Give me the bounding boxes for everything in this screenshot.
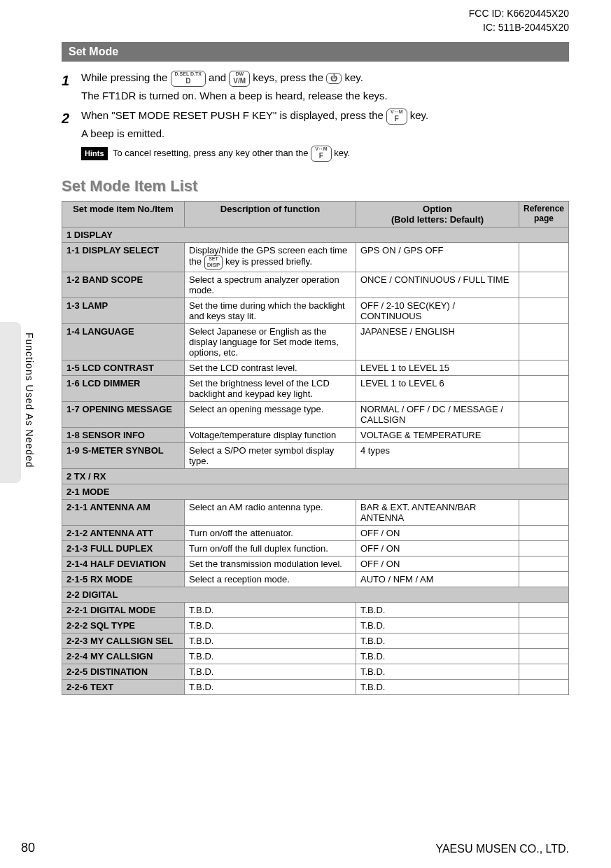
option-cell: GPS ON / GPS OFF [356, 243, 519, 272]
item-name-cell: 2-2-2 SQL TYPE [62, 618, 185, 634]
desc-cell: T.B.D. [185, 603, 356, 618]
desc-cell: T.B.D. [185, 680, 356, 695]
table-row: 2-2-1 DIGITAL MODET.B.D.T.B.D. [62, 603, 569, 618]
item-name-cell: 1-4 LANGUAGE [62, 324, 185, 360]
desc-cell: Select an AM radio antenna type. [185, 500, 356, 526]
ref-cell [519, 526, 568, 541]
desc-cell: Voltage/temperature display function [185, 428, 356, 443]
option-cell: OFF / ON [356, 541, 519, 556]
table-header-row: Set mode item No./Item Description of fu… [62, 202, 569, 227]
item-name-cell: 1-6 LCD DIMMER [62, 376, 185, 402]
item-name-cell: 2-1-1 ANTENNA AM [62, 500, 185, 526]
table-row: 2-2 DIGITAL [62, 587, 569, 603]
option-cell: AUTO / NFM / AM [356, 572, 519, 587]
section-cell: 2-2 DIGITAL [62, 587, 569, 603]
table-row: 1-4 LANGUAGESelect Japanese or English a… [62, 324, 569, 360]
step-1-body: While pressing the D.SEL D.TXD and DWV/M… [81, 70, 569, 105]
option-cell: T.B.D. [356, 649, 519, 664]
set-mode-table: Set mode item No./Item Description of fu… [62, 201, 569, 695]
table-row: 2-2-4 MY CALLSIGNT.B.D.T.B.D. [62, 649, 569, 664]
hints-badge: Hints [81, 147, 108, 160]
table-row: 2-1 MODE [62, 484, 569, 500]
ref-cell [519, 500, 568, 526]
item-name-cell: 2-2-3 MY CALLSIGN SEL [62, 634, 185, 649]
step-2-line-1: When "SET MODE RESET PUSH F KEY" is disp… [81, 108, 569, 125]
fcc-id: FCC ID: K6620445X20 [469, 7, 569, 21]
table-row: 1-3 LAMPSet the time during which the ba… [62, 298, 569, 324]
disp-key-icon: SETDISP [204, 255, 223, 270]
step-1-line-1: While pressing the D.SEL D.TXD and DWV/M… [81, 70, 569, 87]
desc-cell: T.B.D. [185, 618, 356, 634]
section-bar: Set Mode [62, 42, 569, 62]
content: Set Mode 1 While pressing the D.SEL D.TX… [62, 42, 569, 695]
desc-cell: T.B.D. [185, 634, 356, 649]
table-row: 1-8 SENSOR INFOVoltage/temperature displ… [62, 428, 569, 443]
section-cell: 2-1 MODE [62, 484, 569, 500]
table-row: 2-2-2 SQL TYPET.B.D.T.B.D. [62, 618, 569, 634]
desc-cell: Select an opening message type. [185, 402, 356, 428]
step-2-line-2: A beep is emitted. [81, 126, 569, 142]
desc-cell: T.B.D. [185, 664, 356, 680]
desc-cell: T.B.D. [185, 649, 356, 664]
ref-cell [519, 298, 568, 324]
table-row: 2-1-1 ANTENNA AMSelect an AM radio anten… [62, 500, 569, 526]
ref-cell [519, 243, 568, 272]
section-cell: 1 DISPLAY [62, 227, 569, 243]
side-tab-label: Functions Used As Needed [24, 332, 35, 468]
ref-cell [519, 541, 568, 556]
ref-cell [519, 402, 568, 428]
desc-cell: Set the LCD contrast level. [185, 360, 356, 376]
list-title: Set Mode Item List [62, 177, 569, 195]
option-cell: LEVEL 1 to LEVEL 15 [356, 360, 519, 376]
desc-cell: Set the brightness level of the LCD back… [185, 376, 356, 402]
table-row: 2 TX / RX [62, 469, 569, 484]
table-row: 1-7 OPENING MESSAGESelect an opening mes… [62, 402, 569, 428]
table-row: 1-5 LCD CONTRASTSet the LCD contrast lev… [62, 360, 569, 376]
option-cell: JAPANESE / ENGLISH [356, 324, 519, 360]
desc-cell: Set the transmission modulation level. [185, 556, 356, 572]
ref-cell [519, 556, 568, 572]
step-2-body: When "SET MODE RESET PUSH F KEY" is disp… [81, 108, 569, 162]
item-name-cell: 1-2 BAND SCOPE [62, 272, 185, 298]
item-name-cell: 2-1-2 ANTENNA ATT [62, 526, 185, 541]
ref-cell [519, 572, 568, 587]
desc-cell: Select Japanese or English as the displa… [185, 324, 356, 360]
table-row: 1-6 LCD DIMMERSet the brightness level o… [62, 376, 569, 402]
step-1: 1 While pressing the D.SEL D.TXD and DWV… [62, 70, 569, 105]
option-cell: T.B.D. [356, 634, 519, 649]
item-name-cell: 2-2-4 MY CALLSIGN [62, 649, 185, 664]
option-cell: T.B.D. [356, 618, 519, 634]
power-key-icon: ⏻ [326, 73, 342, 84]
ref-cell [519, 649, 568, 664]
table-row: 1-1 DISPLAY SELECTDisplay/hide the GPS s… [62, 243, 569, 272]
th-ref: Referencepage [519, 202, 568, 227]
option-cell: VOLTAGE & TEMPERATURE [356, 428, 519, 443]
header-ids: FCC ID: K6620445X20 IC: 511B-20445X20 [469, 7, 569, 34]
option-cell: NORMAL / OFF / DC / MESSAGE / CALLSIGN [356, 402, 519, 428]
option-cell: T.B.D. [356, 603, 519, 618]
step-1-line-2: The FT1DR is turned on. When a beep is h… [81, 88, 569, 104]
item-name-cell: 1-1 DISPLAY SELECT [62, 243, 185, 272]
th-desc: Description of function [185, 202, 356, 227]
option-cell: ONCE / CONTINUOUS / FULL TIME [356, 272, 519, 298]
th-option: Option(Bold letters: Default) [356, 202, 519, 227]
item-name-cell: 2-1-4 HALF DEVIATION [62, 556, 185, 572]
desc-cell: Turn on/off the full duplex function. [185, 541, 356, 556]
desc-cell: Turn on/off the attenuator. [185, 526, 356, 541]
option-cell: T.B.D. [356, 664, 519, 680]
option-cell: 4 types [356, 443, 519, 469]
item-name-cell: 2-1-5 RX MODE [62, 572, 185, 587]
ref-cell [519, 272, 568, 298]
item-name-cell: 2-2-6 TEXT [62, 680, 185, 695]
ref-cell [519, 360, 568, 376]
option-cell: OFF / 2-10 SEC(KEY) / CONTINUOUS [356, 298, 519, 324]
table-row: 2-2-3 MY CALLSIGN SELT.B.D.T.B.D. [62, 634, 569, 649]
item-name-cell: 1-9 S-METER SYNBOL [62, 443, 185, 469]
section-cell: 2 TX / RX [62, 469, 569, 484]
ref-cell [519, 376, 568, 402]
ref-cell [519, 680, 568, 695]
desc-cell: Select a S/PO meter symbol display type. [185, 443, 356, 469]
vm-key-icon: DWV/M [229, 71, 250, 87]
ref-cell [519, 428, 568, 443]
footer-company: YAESU MUSEN CO., LTD. [435, 843, 569, 855]
